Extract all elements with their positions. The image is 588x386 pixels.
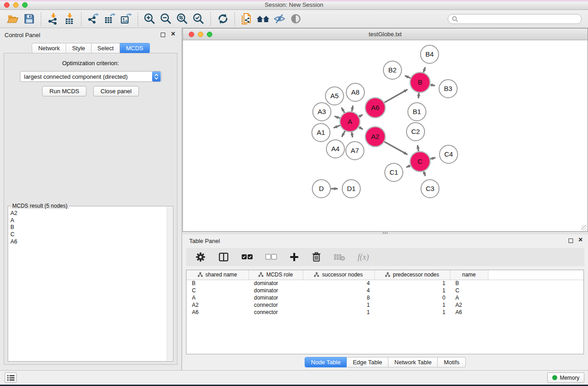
table-row[interactable]: Cdominator41C — [186, 287, 583, 294]
tab-network-table[interactable]: Network Table — [388, 357, 438, 367]
column-view-icon[interactable] — [218, 252, 229, 262]
result-item[interactable]: A — [10, 217, 167, 224]
column-header-MCDS-role[interactable]: MCDS role — [249, 270, 303, 280]
task-history-button[interactable] — [5, 372, 17, 383]
cell[interactable]: connector — [249, 301, 303, 309]
cell[interactable]: C — [186, 287, 249, 294]
cell[interactable]: B — [186, 280, 249, 287]
zoom-out-icon[interactable] — [158, 12, 174, 26]
edge-A-A4[interactable] — [342, 131, 345, 137]
edge-C-C2[interactable] — [417, 145, 418, 152]
import-table-icon[interactable] — [61, 12, 77, 26]
network-window-titlebar[interactable]: testGlobe.txt — [183, 29, 588, 40]
open-folder-icon[interactable] — [5, 12, 21, 26]
network-canvas-svg[interactable]: B4B2BB3A8A5A6A3B1AC2A1A2A4A7C4CC1DD1C3 — [183, 40, 588, 231]
run-mcds-button[interactable]: Run MCDS — [42, 86, 86, 96]
edge-A-A7[interactable] — [352, 132, 353, 138]
cell[interactable]: 1 — [303, 301, 374, 309]
select-all-check-icon[interactable] — [241, 254, 253, 260]
cell[interactable]: dominator — [249, 280, 303, 287]
cell[interactable]: A6 — [186, 309, 249, 316]
cell[interactable]: C — [450, 287, 488, 294]
deselect-check-icon[interactable] — [265, 254, 277, 260]
tab-edge-table[interactable]: Edge Table — [347, 357, 388, 367]
column-header-predecessor-nodes[interactable]: predecessor nodes — [374, 270, 450, 280]
mcds-result-list[interactable]: A2ABCA6 — [9, 209, 167, 361]
node-table[interactable]: shared nameMCDS rolesuccessor nodesprede… — [186, 270, 584, 354]
close-panel-icon[interactable]: × — [171, 30, 175, 38]
result-item[interactable]: A2 — [10, 210, 167, 217]
column-header-shared-name[interactable]: shared name — [186, 270, 249, 280]
delete-column-trash-icon[interactable] — [311, 252, 321, 262]
save-icon[interactable] — [21, 12, 37, 26]
float-panel-icon[interactable] — [161, 33, 165, 37]
cell[interactable]: B — [450, 280, 488, 287]
table-row[interactable]: Adominator80A — [186, 294, 583, 301]
tab-select[interactable]: Select — [91, 43, 120, 53]
show-eye-icon[interactable] — [287, 12, 304, 26]
zoom-selected-icon[interactable] — [191, 12, 207, 26]
criterion-dropdown[interactable]: largest connected component (directed) — [20, 71, 162, 82]
gear-icon[interactable] — [195, 252, 206, 262]
cell[interactable]: 4 — [303, 280, 374, 287]
cell[interactable]: dominator — [249, 294, 303, 301]
result-scrollbar[interactable] — [167, 207, 172, 361]
refresh-icon[interactable] — [215, 12, 231, 26]
table-row[interactable]: A2connector11A2 — [186, 301, 583, 309]
search-input[interactable] — [458, 16, 578, 22]
table-row[interactable]: Bdominator41B — [186, 280, 583, 287]
table-row[interactable]: A6connector11A6 — [186, 309, 583, 316]
cell[interactable]: 8 — [303, 294, 374, 301]
float-table-panel-icon[interactable] — [569, 238, 573, 243]
result-item[interactable]: C — [10, 231, 167, 238]
edge-B-B1[interactable] — [418, 93, 419, 98]
cell[interactable]: dominator — [249, 287, 303, 294]
memory-button[interactable]: Memory — [547, 372, 584, 383]
edge-A6-B[interactable] — [384, 90, 407, 103]
cell[interactable]: A — [450, 294, 488, 301]
tab-style[interactable]: Style — [66, 43, 91, 53]
tab-mcds[interactable]: MCDS — [120, 43, 149, 53]
edge-C-C3[interactable] — [424, 172, 425, 176]
edge-A-A8[interactable] — [352, 106, 353, 112]
edge-B-B4[interactable] — [423, 67, 425, 72]
cell[interactable]: A — [186, 294, 249, 301]
resize-grip[interactable] — [581, 225, 587, 231]
close-table-panel-icon[interactable]: × — [578, 236, 583, 244]
edge-B-B2[interactable] — [405, 76, 411, 78]
add-column-icon[interactable] — [289, 252, 299, 262]
cell[interactable]: 1 — [374, 309, 450, 316]
cell[interactable]: 1 — [303, 309, 374, 316]
cell[interactable]: A2 — [186, 301, 249, 309]
cell[interactable]: connector — [249, 309, 303, 316]
hide-eye-icon[interactable] — [271, 12, 287, 26]
result-item[interactable]: B — [10, 224, 167, 231]
edge-A-A5[interactable] — [341, 108, 344, 113]
column-header-name[interactable]: name — [450, 270, 488, 280]
import-network-icon[interactable] — [45, 12, 61, 26]
close-panel-button[interactable]: Close panel — [93, 86, 139, 96]
cell[interactable]: 1 — [374, 280, 450, 287]
cell[interactable]: 4 — [303, 287, 374, 294]
tab-node-table[interactable]: Node Table — [305, 357, 347, 367]
edge-A2-C[interactable] — [384, 142, 407, 154]
export-image-icon[interactable] — [118, 12, 134, 26]
tab-network[interactable]: Network — [32, 43, 66, 53]
cell[interactable]: 1 — [374, 287, 450, 294]
result-item[interactable]: A6 — [10, 238, 167, 246]
cell[interactable]: A6 — [450, 309, 488, 316]
session-document-icon[interactable] — [239, 12, 255, 26]
edge-C-C1[interactable] — [406, 166, 411, 167]
zoom-in-icon[interactable] — [142, 12, 158, 26]
cell[interactable]: 1 — [374, 301, 450, 309]
export-network-icon[interactable] — [85, 12, 101, 26]
edge-A-A6[interactable] — [359, 114, 363, 116]
zoom-fit-icon[interactable] — [174, 12, 191, 26]
edge-B-B3[interactable] — [430, 85, 435, 86]
edge-C-C4[interactable] — [430, 157, 435, 159]
column-header-successor-nodes[interactable]: successor nodes — [303, 270, 374, 280]
edge-A-A3[interactable] — [335, 116, 340, 118]
edge-A-A1[interactable] — [334, 125, 340, 128]
tab-motifs[interactable]: Motifs — [438, 357, 466, 367]
cell[interactable]: A2 — [450, 301, 488, 309]
